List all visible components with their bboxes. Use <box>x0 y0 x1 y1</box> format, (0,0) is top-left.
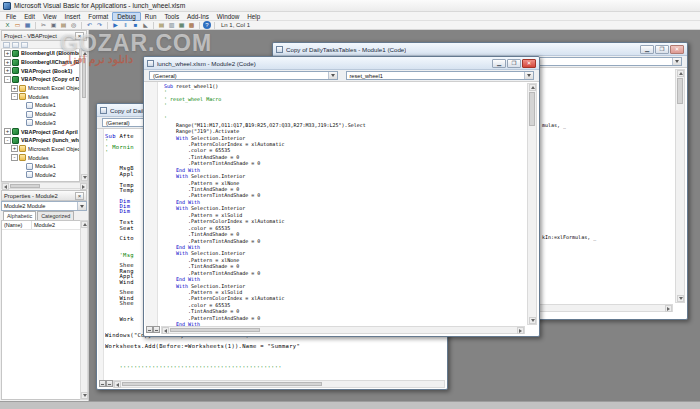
view-object-icon[interactable] <box>12 42 19 48</box>
properties-tabs: AlphabeticCategorized <box>1 211 87 220</box>
help-icon[interactable]: ? <box>203 21 211 29</box>
toolbox-icon[interactable]: ▩ <box>187 21 196 29</box>
full-module-view-button[interactable] <box>153 326 160 333</box>
module-icon <box>26 102 33 109</box>
find-icon[interactable]: ◎ <box>69 21 78 29</box>
chevron-down-icon[interactable] <box>77 202 86 210</box>
project-tree-item[interactable]: Module2 <box>2 171 79 180</box>
collapse-icon[interactable]: - <box>4 137 11 144</box>
window-titlebar[interactable]: Copy of DailyTasksTables - Module1 (Code… <box>273 43 687 56</box>
project-tree-item[interactable]: -VBAProject (lunch_whe <box>2 136 79 145</box>
vertical-scrollbar[interactable] <box>527 83 537 325</box>
project-tree-item[interactable]: +BloombergUICharts (Bl <box>2 58 79 67</box>
project-tree-item[interactable]: -VBAProject (Copy of Da <box>2 75 79 84</box>
view-excel-icon[interactable]: X <box>3 21 12 29</box>
restore-button[interactable]: ❐ <box>655 45 669 54</box>
procedure-dropdown[interactable]: reset_wheel1 <box>346 71 535 80</box>
project-tree-item[interactable]: +VBAProject (Book1) <box>2 66 79 75</box>
menu-item-window[interactable]: Window <box>213 12 243 21</box>
app-titlebar: Microsoft Visual Basic for Applications … <box>0 0 700 12</box>
project-explorer-icon[interactable]: ▤ <box>157 21 166 29</box>
property-row[interactable]: (Name)Module2 <box>2 221 86 230</box>
property-value[interactable]: Module2 <box>32 221 86 229</box>
properties-panel-close-icon[interactable]: × <box>75 192 84 200</box>
reset-icon[interactable]: ■ <box>131 21 140 29</box>
horizontal-scrollbar[interactable] <box>161 326 525 334</box>
expand-icon[interactable]: + <box>11 145 18 152</box>
properties-panel-header[interactable]: Properties - Module2 × <box>1 190 87 201</box>
properties-vertical-scrollbar[interactable] <box>80 220 88 400</box>
paste-icon[interactable]: ▤ <box>59 21 68 29</box>
window-title: Copy of Daily <box>110 107 147 114</box>
save-icon[interactable]: ▦ <box>23 21 32 29</box>
expand-icon[interactable]: + <box>4 59 11 66</box>
undo-icon[interactable]: ↶ <box>85 21 94 29</box>
project-tree-item[interactable]: Module1 <box>2 162 79 171</box>
code-editor-area[interactable]: Sub reset_wheel1()'' reset_wheel Macro''… <box>145 82 538 326</box>
minimize-button[interactable]: ▁ <box>640 45 654 54</box>
cut-icon[interactable]: ✂ <box>39 21 48 29</box>
project-icon <box>12 128 19 135</box>
redo-icon[interactable]: ↷ <box>95 21 104 29</box>
code-window-lunch-wheel-module2[interactable]: lunch_wheel.xlsm - Module2 (Code) ▁ ❐ ✕ … <box>143 56 540 337</box>
menu-item-debug[interactable]: Debug <box>112 12 141 21</box>
menu-item-addins[interactable]: Add-Ins <box>183 12 213 21</box>
menu-item-view[interactable]: View <box>39 12 61 21</box>
design-mode-icon[interactable]: ◣ <box>141 21 150 29</box>
copy-icon[interactable]: ▣ <box>49 21 58 29</box>
project-tree-item[interactable]: +VBAProject (End April 2 <box>2 127 79 136</box>
procedure-view-button[interactable] <box>99 380 106 387</box>
property-name: (Name) <box>2 221 32 229</box>
menu-item-format[interactable]: Format <box>84 12 112 21</box>
collapse-icon[interactable]: - <box>4 76 11 83</box>
procedure-view-button[interactable] <box>146 326 153 333</box>
properties-window-icon[interactable]: ▥ <box>167 21 176 29</box>
collapse-icon[interactable]: - <box>11 93 18 100</box>
object-browser-icon[interactable]: ▦ <box>177 21 186 29</box>
menu-item-insert[interactable]: Insert <box>61 12 85 21</box>
project-tree-vertical-scrollbar[interactable] <box>80 49 88 182</box>
project-panel-header[interactable]: Project - VBAProject × <box>1 30 87 41</box>
toggle-folders-icon[interactable] <box>21 42 28 48</box>
collapse-icon[interactable]: - <box>11 154 18 161</box>
full-module-view-button[interactable] <box>106 380 113 387</box>
project-tree-item[interactable]: -Modules <box>2 92 79 101</box>
code-line: ''''''''''''''''''''''''''''''''''''''''… <box>105 366 446 371</box>
project-tree-horizontal-scrollbar[interactable] <box>1 182 88 189</box>
menu-item-edit[interactable]: Edit <box>20 12 39 21</box>
project-tree-item[interactable]: +BloombergUI (Bloombe <box>2 49 79 58</box>
menu-item-tools[interactable]: Tools <box>160 12 183 21</box>
tab-categorized[interactable]: Categorized <box>37 211 74 220</box>
project-tree-item[interactable]: Module3 <box>2 119 79 128</box>
menu-item-help[interactable]: Help <box>243 12 264 21</box>
object-dropdown[interactable]: (General) <box>149 71 338 80</box>
expand-icon[interactable]: + <box>4 67 11 74</box>
project-tree-item[interactable]: Module2 <box>2 110 79 119</box>
horizontal-scrollbar[interactable] <box>113 380 445 388</box>
insert-userform-icon[interactable]: ▭ <box>13 21 22 29</box>
module-icon <box>26 163 33 170</box>
minimize-button[interactable]: ▁ <box>492 59 506 68</box>
close-button[interactable]: ✕ <box>522 59 536 68</box>
menu-item-file[interactable]: File <box>2 12 20 21</box>
vertical-scrollbar[interactable] <box>675 69 685 303</box>
project-tree-item[interactable]: -Modules <box>2 153 79 162</box>
run-icon[interactable]: ▶ <box>111 21 120 29</box>
menu-item-run[interactable]: Run <box>141 12 161 21</box>
expand-icon[interactable]: + <box>11 85 18 92</box>
restore-button[interactable]: ❐ <box>507 59 521 68</box>
properties-object-selector[interactable]: Module2 Module <box>1 201 87 211</box>
project-tree-item[interactable]: +Microsoft Excel Objects <box>2 84 79 93</box>
project-tree-item[interactable]: Module1 <box>2 101 79 110</box>
app-title: Microsoft Visual Basic for Applications … <box>14 2 185 9</box>
project-panel-close-icon[interactable]: × <box>75 32 84 40</box>
tab-alphabetic[interactable]: Alphabetic <box>3 211 36 220</box>
expand-icon[interactable]: + <box>4 128 11 135</box>
project-tree-item[interactable]: +Microsoft Excel Objects <box>2 145 79 154</box>
expand-icon[interactable]: + <box>4 50 11 57</box>
break-icon[interactable]: ‖ <box>121 21 130 29</box>
close-button[interactable]: ✕ <box>670 45 684 54</box>
view-code-icon[interactable] <box>3 42 10 48</box>
tree-item-label: Microsoft Excel Objects <box>28 85 79 91</box>
window-titlebar[interactable]: lunch_wheel.xlsm - Module2 (Code) ▁ ❐ ✕ <box>144 57 539 70</box>
